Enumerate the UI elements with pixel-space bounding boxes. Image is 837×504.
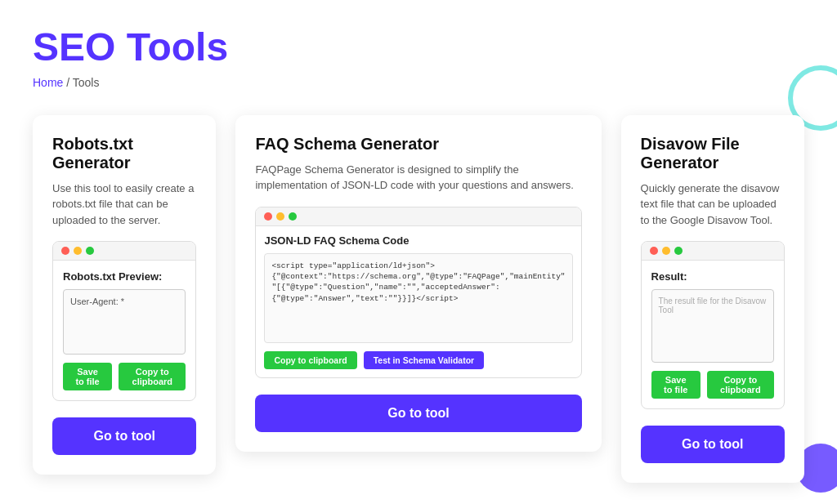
disavow-dot-yellow-icon <box>662 247 670 255</box>
robots-copy-button[interactable]: Copy to clipboard <box>119 363 186 390</box>
faq-code-area: <script type="application/ld+json"> {"@c… <box>264 253 572 343</box>
faq-go-to-tool-button[interactable]: Go to tool <box>255 395 581 432</box>
disavow-save-button[interactable]: Save to file <box>651 371 700 399</box>
robots-preview-area: User-Agent: * <box>63 289 186 355</box>
dot-green-icon <box>86 247 94 255</box>
disavow-card-description: Quickly generate the disavow text file t… <box>641 181 785 229</box>
faq-browser-mockup: JSON-LD FAQ Schema Code <script type="ap… <box>255 207 581 378</box>
disavow-copy-button[interactable]: Copy to clipboard <box>707 371 774 399</box>
robots-save-button[interactable]: Save to file <box>63 363 112 390</box>
disavow-go-to-tool-button[interactable]: Go to tool <box>641 426 785 463</box>
robots-preview-label: Robots.txt Preview: <box>63 270 186 283</box>
robots-card: Robots.txt Generator Use this tool to ea… <box>33 115 216 475</box>
disavow-result-area: The result file for the Disavow Tool <box>651 289 774 363</box>
disavow-card-title: Disavow File Generator <box>641 135 785 172</box>
disavow-dot-red-icon <box>650 247 658 255</box>
faq-dot-green-icon <box>289 212 297 221</box>
robots-browser-content: Robots.txt Preview: User-Agent: * Save t… <box>53 261 195 400</box>
robots-preview-content: User-Agent: * <box>70 297 124 306</box>
dot-yellow-icon <box>74 247 82 255</box>
faq-browser-content: JSON-LD FAQ Schema Code <script type="ap… <box>256 226 580 377</box>
breadcrumb-separator: / <box>63 76 72 89</box>
breadcrumb-home[interactable]: Home <box>33 76 63 89</box>
faq-copy-button[interactable]: Copy to clipboard <box>264 351 356 369</box>
disavow-browser-mockup: Result: The result file for the Disavow … <box>641 241 785 409</box>
faq-code-title: JSON-LD FAQ Schema Code <box>264 234 572 247</box>
disavow-result-placeholder: The result file for the Disavow Tool <box>659 297 767 314</box>
disavow-browser-bar <box>642 242 784 261</box>
robots-go-to-tool-button[interactable]: Go to tool <box>52 417 196 455</box>
page-title: SEO Tools <box>33 26 804 69</box>
breadcrumb: Home / Tools <box>33 76 804 89</box>
faq-card: FAQ Schema Generator FAQPage Schema Gene… <box>235 115 601 452</box>
disavow-browser-buttons: Save to file Copy to clipboard <box>651 371 774 399</box>
faq-browser-buttons: Copy to clipboard Test in Schema Validat… <box>264 351 572 369</box>
faq-dot-yellow-icon <box>276 212 284 221</box>
cards-container: Robots.txt Generator Use this tool to ea… <box>33 115 804 484</box>
faq-browser-bar <box>256 207 580 226</box>
dot-red-icon <box>61 247 69 255</box>
disavow-browser-content: Result: The result file for the Disavow … <box>642 261 784 408</box>
robots-browser-buttons: Save to file Copy to clipboard <box>63 363 186 390</box>
robots-browser-mockup: Robots.txt Preview: User-Agent: * Save t… <box>52 241 196 401</box>
faq-dot-red-icon <box>264 212 272 221</box>
disavow-dot-green-icon <box>674 247 683 255</box>
disavow-card: Disavow File Generator Quickly generate … <box>621 115 804 484</box>
robots-card-title: Robots.txt Generator <box>52 135 196 172</box>
robots-card-description: Use this tool to easily create a robots.… <box>52 181 196 229</box>
faq-schema-button[interactable]: Test in Schema Validator <box>364 351 485 369</box>
breadcrumb-current: Tools <box>73 76 100 89</box>
faq-card-title: FAQ Schema Generator <box>255 135 581 154</box>
disavow-result-label: Result: <box>651 270 774 283</box>
robots-browser-bar <box>53 242 195 261</box>
faq-card-description: FAQPage Schema Generator is designed to … <box>255 162 581 194</box>
